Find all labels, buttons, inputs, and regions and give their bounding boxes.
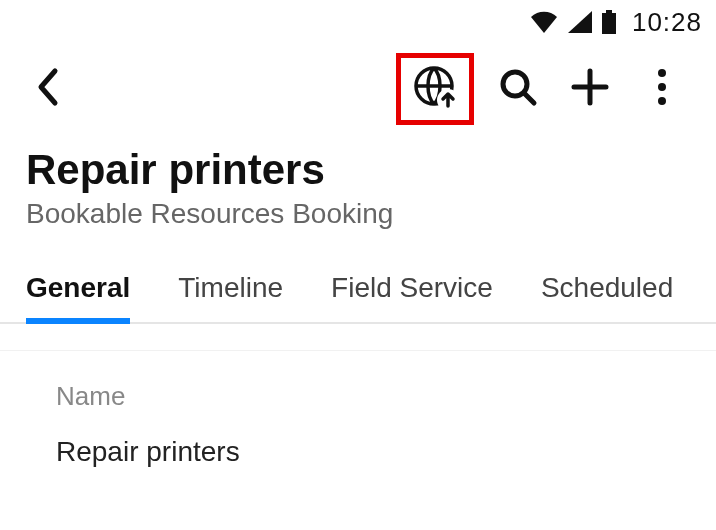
status-bar: 10:28 bbox=[0, 0, 716, 44]
field-name-label: Name bbox=[56, 381, 690, 412]
svg-point-5 bbox=[658, 69, 666, 77]
cell-signal-icon bbox=[568, 11, 592, 33]
page-subtitle: Bookable Resources Booking bbox=[26, 198, 690, 230]
wifi-icon bbox=[530, 11, 558, 33]
battery-icon bbox=[602, 10, 616, 34]
more-icon bbox=[656, 67, 668, 111]
tab-general[interactable]: General bbox=[26, 272, 130, 322]
svg-rect-1 bbox=[602, 13, 616, 34]
svg-rect-0 bbox=[606, 10, 612, 13]
add-icon bbox=[570, 67, 610, 111]
add-button[interactable] bbox=[554, 53, 626, 125]
svg-point-7 bbox=[658, 97, 666, 105]
back-icon bbox=[35, 67, 61, 111]
title-block: Repair printers Bookable Resources Booki… bbox=[0, 134, 716, 250]
back-button[interactable] bbox=[12, 53, 84, 125]
search-icon bbox=[498, 67, 538, 111]
more-button[interactable] bbox=[626, 53, 698, 125]
tab-bar: General Timeline Field Service Scheduled bbox=[0, 250, 716, 324]
highlighted-action bbox=[396, 53, 474, 125]
app-bar bbox=[0, 44, 716, 134]
svg-point-6 bbox=[658, 83, 666, 91]
tab-scheduled[interactable]: Scheduled bbox=[541, 272, 673, 322]
search-button[interactable] bbox=[482, 53, 554, 125]
tab-field-service[interactable]: Field Service bbox=[331, 272, 493, 322]
globe-upload-button[interactable] bbox=[412, 64, 458, 114]
tab-timeline[interactable]: Timeline bbox=[178, 272, 283, 322]
globe-upload-icon bbox=[412, 64, 458, 114]
field-name-value[interactable]: Repair printers bbox=[56, 436, 690, 468]
form-area: Name Repair printers bbox=[0, 350, 716, 468]
status-time: 10:28 bbox=[632, 7, 702, 38]
page-title: Repair printers bbox=[26, 146, 690, 194]
